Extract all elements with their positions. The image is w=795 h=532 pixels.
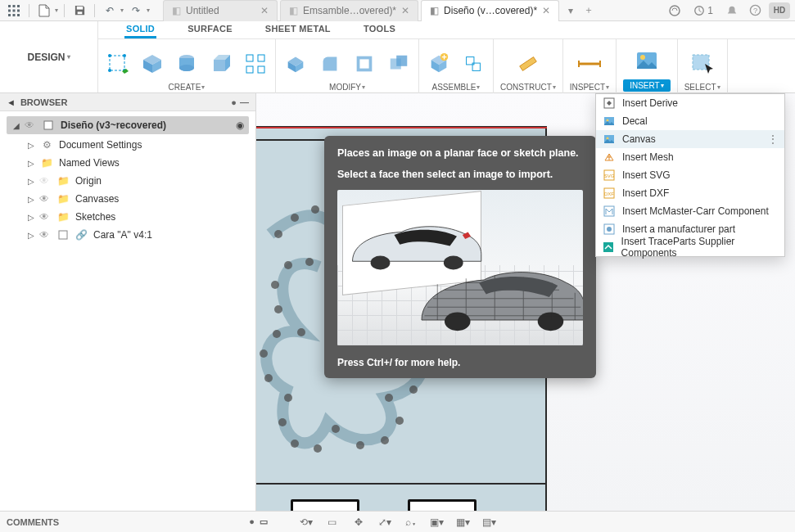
menu-item-insert-svg[interactable]: SVG Insert SVG bbox=[596, 166, 784, 184]
ribbon-group-insert-button[interactable]: INSERT▾ bbox=[623, 79, 671, 92]
job-status-icon[interactable]: 1 bbox=[689, 2, 718, 19]
menu-item-insert-derive[interactable]: Insert Derive bbox=[596, 94, 784, 112]
tree-label: Sketches bbox=[75, 211, 115, 223]
close-icon[interactable]: ✕ bbox=[542, 5, 550, 16]
fit-icon[interactable]: ⌕▾ bbox=[402, 515, 420, 530]
file-new-caret-icon[interactable]: ▾ bbox=[55, 7, 58, 14]
ribbon-group-label[interactable]: INSPECT bbox=[570, 83, 605, 92]
tree-root[interactable]: ◢ 👁 Diseño (v3~recovered) ◉ bbox=[7, 116, 249, 134]
ribbon-tab-tools[interactable]: TOOLS bbox=[362, 21, 397, 38]
viewports-icon[interactable]: ▤▾ bbox=[481, 515, 499, 530]
expand-icon[interactable]: ▷ bbox=[26, 231, 36, 240]
notifications-icon[interactable] bbox=[723, 2, 741, 20]
menu-item-canvas[interactable]: Canvas ⋮ bbox=[596, 130, 784, 148]
fillet-icon[interactable] bbox=[317, 51, 343, 77]
ribbon-group-label[interactable]: ASSEMBLE bbox=[432, 83, 477, 92]
zoom-icon[interactable]: ⤢▾ bbox=[376, 515, 394, 530]
ribbon-group-label[interactable]: CREATE bbox=[169, 83, 201, 92]
expand-icon[interactable]: ▷ bbox=[26, 159, 36, 168]
visibility-icon[interactable]: 👁 bbox=[39, 229, 52, 241]
new-component-icon[interactable] bbox=[426, 51, 452, 77]
grid-icon[interactable]: ▦▾ bbox=[454, 515, 472, 530]
new-tab-button[interactable]: ＋ bbox=[580, 0, 598, 21]
tree-label: Named Views bbox=[59, 157, 120, 169]
expand-icon[interactable]: ▷ bbox=[26, 177, 36, 186]
menu-item-traceparts[interactable]: Insert TraceParts Supplier Components bbox=[596, 238, 784, 256]
save-button[interactable] bbox=[70, 2, 88, 20]
menu-item-label: Canvas bbox=[622, 133, 656, 145]
visibility-icon[interactable]: 👁 bbox=[25, 119, 38, 131]
expand-icon[interactable]: ▷ bbox=[26, 213, 36, 222]
ribbon-group-label[interactable]: SELECT bbox=[684, 83, 716, 92]
comments-add-icon[interactable]: ● bbox=[249, 516, 255, 527]
orbit-icon[interactable]: ⟲▾ bbox=[297, 515, 315, 530]
select-icon[interactable] bbox=[689, 51, 716, 77]
shell-icon[interactable] bbox=[351, 51, 377, 77]
comments-panel-header[interactable]: COMMENTS ● ▭ bbox=[7, 516, 268, 527]
menu-item-insert-dxf[interactable]: DXF Insert DXF bbox=[596, 184, 784, 202]
expand-icon[interactable]: ▷ bbox=[26, 141, 36, 150]
separator bbox=[29, 4, 29, 17]
activate-icon[interactable]: ◉ bbox=[236, 119, 244, 131]
presspull-icon[interactable] bbox=[282, 51, 309, 77]
document-tab-label: Emsamble…overed)* bbox=[303, 5, 396, 16]
undo-caret-icon[interactable]: ▾ bbox=[120, 7, 124, 14]
visibility-off-icon[interactable]: 👁 bbox=[39, 175, 52, 187]
more-icon[interactable]: ⋮ bbox=[768, 133, 778, 145]
close-icon[interactable]: ✕ bbox=[401, 5, 409, 16]
insert-icon[interactable] bbox=[634, 47, 660, 74]
ribbon-tab-sheetmetal[interactable]: SHEET METAL bbox=[264, 21, 332, 38]
redo-button[interactable]: ↷ bbox=[127, 2, 145, 20]
separator bbox=[64, 4, 65, 17]
folder-icon: 📁 bbox=[56, 193, 70, 205]
tree-row[interactable]: ▷ 👁 📁 Origin bbox=[3, 172, 252, 190]
visibility-icon[interactable]: 👁 bbox=[39, 193, 52, 205]
combine-icon[interactable] bbox=[386, 51, 412, 77]
comments-expand-icon[interactable]: ▭ bbox=[260, 516, 268, 527]
undo-button[interactable]: ↶ bbox=[101, 2, 119, 20]
close-icon[interactable]: ✕ bbox=[260, 5, 269, 16]
menu-item-mcmaster[interactable]: Insert McMaster-Carr Component bbox=[596, 202, 784, 220]
tree-row[interactable]: ▷ ⚙ Document Settings bbox=[3, 136, 252, 154]
tree-label: Cara "A" v4:1 bbox=[93, 229, 152, 241]
document-tab-active[interactable]: ◧ Diseño (v…covered)* ✕ bbox=[421, 0, 559, 21]
box-icon[interactable] bbox=[139, 51, 165, 77]
expand-icon[interactable]: ▷ bbox=[26, 195, 36, 204]
user-avatar[interactable]: HD bbox=[769, 2, 790, 19]
visibility-icon[interactable]: 👁 bbox=[39, 211, 52, 223]
tree-row[interactable]: ▷ 👁 📁 Sketches bbox=[3, 208, 252, 226]
extrude-icon[interactable] bbox=[208, 51, 234, 77]
ribbon-tab-solid[interactable]: SOLID bbox=[124, 21, 156, 38]
svg-point-67 bbox=[271, 281, 279, 289]
help-icon[interactable]: ? bbox=[746, 2, 764, 20]
sketch-icon[interactable] bbox=[105, 51, 131, 77]
joint-icon[interactable] bbox=[460, 51, 486, 77]
workspace-picker[interactable]: DESIGN ▾ bbox=[27, 52, 70, 63]
browser-header[interactable]: ◄ BROWSER ● — bbox=[0, 93, 255, 111]
plane-icon[interactable] bbox=[515, 51, 541, 77]
menu-item-decal[interactable]: Decal bbox=[596, 112, 784, 130]
tabs-dropdown-icon[interactable]: ▾ bbox=[562, 0, 580, 21]
tree-row[interactable]: ▷ 👁 📁 Canvases bbox=[3, 190, 252, 208]
tree-row[interactable]: ▷ 📁 Named Views bbox=[3, 154, 252, 172]
menu-item-insert-mesh[interactable]: Insert Mesh bbox=[596, 148, 784, 166]
document-tab[interactable]: ◧ Emsamble…overed)* ✕ bbox=[280, 0, 418, 21]
app-menu-icon[interactable] bbox=[5, 2, 23, 20]
document-tab[interactable]: ◧ Untitled ✕ bbox=[163, 0, 278, 21]
extensions-icon[interactable] bbox=[666, 2, 684, 20]
ribbon-group-label[interactable]: MODIFY bbox=[329, 83, 361, 92]
tree-row[interactable]: ▷ 👁 🔗 Cara "A" v4:1 bbox=[3, 226, 252, 244]
cylinder-icon[interactable] bbox=[174, 51, 200, 77]
browser-collapse-icon[interactable]: — bbox=[240, 97, 249, 107]
ribbon-tab-surface[interactable]: SURFACE bbox=[186, 21, 234, 38]
measure-icon[interactable] bbox=[576, 51, 603, 77]
lookat-icon[interactable]: ▭ bbox=[323, 515, 341, 530]
pattern-icon[interactable] bbox=[242, 51, 269, 77]
redo-caret-icon[interactable]: ▾ bbox=[147, 7, 150, 14]
display-icon[interactable]: ▣▾ bbox=[428, 515, 446, 530]
file-new-button[interactable] bbox=[35, 2, 53, 20]
ribbon-group-label[interactable]: CONSTRUCT bbox=[500, 83, 552, 92]
pan-icon[interactable]: ✥ bbox=[350, 515, 368, 530]
browser-search-icon[interactable]: ● bbox=[231, 97, 237, 107]
collapse-icon[interactable]: ◢ bbox=[11, 121, 21, 130]
